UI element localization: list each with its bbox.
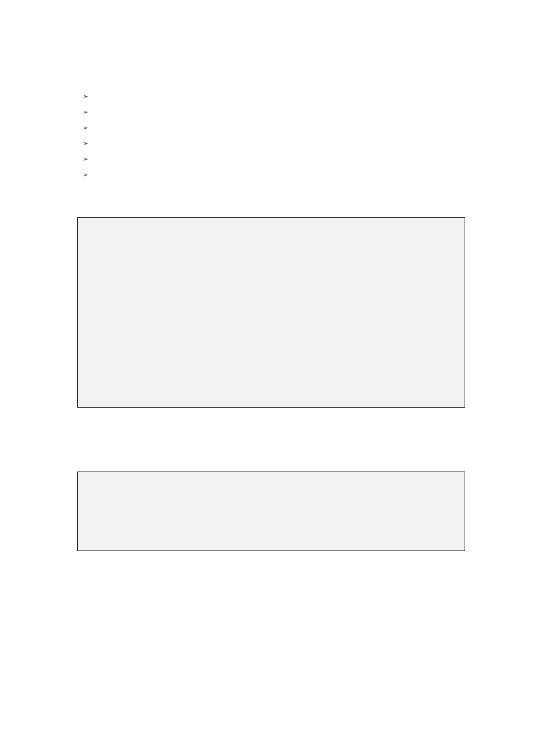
- list-item: ➢: [83, 139, 92, 155]
- list-item: ➢: [83, 155, 92, 170]
- arrowhead-bullet-icon: ➢: [83, 139, 92, 148]
- list-item: ➢: [83, 123, 92, 139]
- arrowhead-bullet-icon: ➢: [83, 92, 92, 101]
- bullet-list: ➢ ➢ ➢ ➢ ➢ ➢: [83, 92, 92, 186]
- list-item: ➢: [83, 108, 92, 123]
- list-item: ➢: [83, 170, 92, 186]
- arrowhead-bullet-icon: ➢: [83, 108, 92, 116]
- content-box-large: [77, 217, 465, 408]
- document-page: ➢ ➢ ➢ ➢ ➢ ➢: [0, 0, 534, 756]
- list-item: ➢: [83, 92, 92, 108]
- arrowhead-bullet-icon: ➢: [83, 123, 92, 132]
- arrowhead-bullet-icon: ➢: [83, 170, 92, 179]
- content-box-small: [77, 472, 465, 551]
- arrowhead-bullet-icon: ➢: [83, 155, 92, 164]
